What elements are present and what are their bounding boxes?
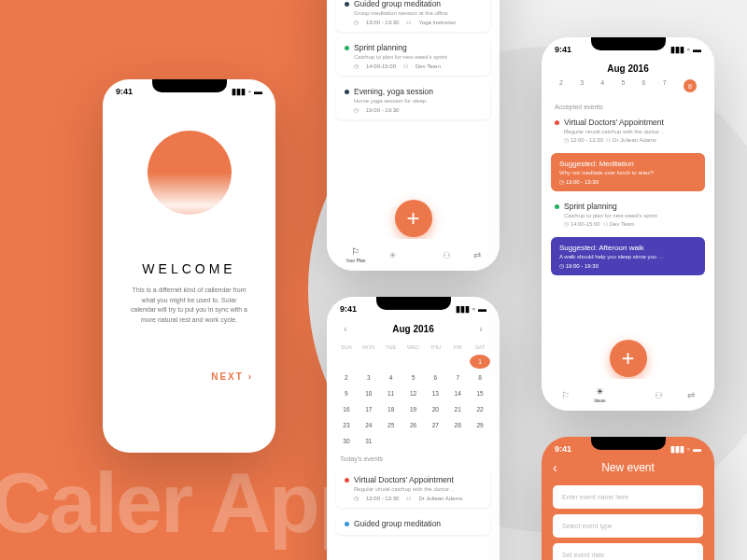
day-cell[interactable]: 20 (425, 402, 445, 416)
day-cell[interactable]: 16 (336, 402, 357, 416)
event-title: Guided group meditation (354, 0, 441, 8)
day-cell[interactable]: 7 (447, 371, 468, 385)
battery-icon: ▬ (478, 304, 486, 314)
day-cell[interactable]: 28 (447, 418, 468, 432)
plus-icon: + (406, 205, 419, 231)
nav-sync[interactable]: ⇄ (473, 250, 481, 260)
suggestion-time: 13:00 - 13:30 (566, 179, 599, 185)
day-cell[interactable]: 31 (359, 434, 379, 448)
welcome-heading: WELCOME (103, 261, 275, 276)
suggestion-card[interactable]: Suggested: Meditation Why not meditate o… (551, 153, 705, 191)
day-cell[interactable]: 29 (470, 418, 490, 432)
month-label: Aug 2016 (607, 63, 648, 74)
event-subtitle: Catchup to plan for next week's sprint (564, 213, 701, 218)
next-month-button[interactable]: › (479, 323, 483, 334)
form-input[interactable]: Enter event name here (553, 485, 703, 509)
suggestion-card[interactable]: Suggested: Afteroon walk A walk should h… (551, 237, 705, 275)
screen-title: New event (601, 461, 655, 474)
day-cell[interactable]: 18 (381, 402, 402, 416)
clock-icon: ◷ (354, 495, 359, 501)
bulb-icon: ☀ (388, 250, 397, 260)
nav-your-plan[interactable]: ⚐Your Plan (345, 246, 366, 263)
people-icon: ⚇ (406, 19, 411, 25)
nav-ideas[interactable]: ☀ (388, 250, 397, 260)
day-cell[interactable]: 4 (381, 371, 402, 385)
back-button[interactable]: ‹ (553, 460, 557, 475)
prev-month-button[interactable]: ‹ (344, 323, 347, 334)
day-cell[interactable]: 25 (381, 418, 402, 432)
week-day[interactable]: 3 (580, 79, 584, 92)
event-card[interactable]: Sprint planning Catchup to plan for next… (336, 36, 490, 76)
day-cell[interactable]: 13 (425, 386, 445, 400)
day-cell[interactable]: 30 (336, 434, 357, 448)
person-icon: ⚇ (443, 250, 451, 260)
nav-sync[interactable]: ⇄ (687, 390, 695, 400)
suggestion-subtitle: A walk should help you sleep since you … (559, 254, 697, 259)
day-cell[interactable]: 23 (336, 418, 357, 432)
haze-overlay (103, 173, 275, 238)
day-cell[interactable]: 9 (336, 386, 357, 400)
signal-icon: ▮▮▮ (670, 444, 684, 454)
week-day[interactable]: 7 (663, 79, 667, 92)
event-subtitle: Home yoga session for sleep. (354, 98, 482, 104)
add-event-fab[interactable]: + (395, 200, 432, 237)
day-cell (381, 355, 402, 369)
day-cell[interactable]: 10 (359, 386, 379, 400)
form-input[interactable]: Set event date (553, 543, 703, 560)
day-cell[interactable]: 14 (447, 386, 468, 400)
day-cell[interactable]: 8 (470, 371, 490, 385)
day-cell[interactable]: 11 (381, 386, 402, 400)
day-cell[interactable]: 6 (425, 371, 445, 385)
event-row[interactable]: Virtual Doctors' Appointment Regular vir… (542, 112, 714, 148)
status-time: 9:41 (116, 87, 133, 96)
wifi-icon: ◦ (248, 87, 251, 96)
week-day[interactable]: 4 (600, 79, 604, 92)
wifi-icon: ◦ (687, 45, 690, 54)
nav-profile[interactable]: ⚇ (655, 390, 663, 400)
next-button[interactable]: NEXT › (103, 334, 275, 382)
day-cell[interactable]: 15 (470, 386, 490, 400)
event-who: Dev Team (610, 221, 635, 227)
day-cell[interactable]: 27 (425, 418, 445, 432)
event-card[interactable]: Virtual Doctors' AppointmentRegular viru… (336, 469, 490, 508)
nav-ideas[interactable]: ☀Ideas (594, 386, 605, 403)
event-card[interactable]: Evening, yoga session Home yoga session … (336, 80, 490, 119)
week-day[interactable]: 6 (642, 79, 646, 92)
nav-your-plan[interactable]: ⚐ (561, 390, 570, 400)
day-cell[interactable]: 24 (359, 418, 379, 432)
day-cell[interactable]: 22 (470, 402, 490, 416)
suggestion-title: Suggested: Afteroon walk (559, 244, 697, 252)
event-title: Virtual Doctors' Appointment (564, 118, 664, 127)
wifi-icon: ◦ (472, 304, 475, 314)
day-cell[interactable]: 17 (359, 402, 379, 416)
people-icon: ⚇ (603, 221, 608, 227)
event-subtitle: Catchup to plan for next week's sprint (354, 54, 482, 60)
day-cell[interactable]: 1 (470, 355, 490, 369)
week-day[interactable]: 5 (621, 79, 625, 92)
day-cell (447, 355, 468, 369)
plus-icon: + (621, 345, 634, 371)
day-cell[interactable]: 26 (403, 418, 424, 432)
week-day[interactable]: 2 (559, 79, 563, 92)
event-card[interactable]: Guided group meditation (336, 512, 490, 535)
day-cell[interactable]: 12 (403, 386, 424, 400)
day-cell[interactable]: 19 (403, 402, 424, 416)
form-input[interactable]: Select event type (553, 514, 703, 538)
event-time: 14:00-15:00 (571, 221, 600, 227)
day-cell[interactable]: 21 (447, 402, 468, 416)
week-day[interactable]: 8 (684, 79, 697, 92)
event-row[interactable]: Sprint planning Catchup to plan for next… (542, 196, 714, 232)
suggestion-time: 19:00 - 19:30 (566, 263, 599, 269)
add-event-fab[interactable]: + (610, 340, 647, 377)
day-cell[interactable]: 2 (336, 371, 357, 385)
brand-watermark: Caler App (0, 466, 368, 541)
people-icon: ⚇ (606, 137, 611, 143)
day-cell[interactable]: 5 (403, 371, 424, 385)
event-card[interactable]: Guided group meditation Group meditation… (336, 0, 490, 32)
event-title: Sprint planning (354, 43, 407, 52)
nav-profile[interactable]: ⚇ (443, 250, 451, 260)
event-title: Guided group meditation (354, 519, 441, 528)
day-cell (403, 355, 424, 369)
category-dot (345, 2, 349, 7)
day-cell[interactable]: 3 (359, 371, 379, 385)
